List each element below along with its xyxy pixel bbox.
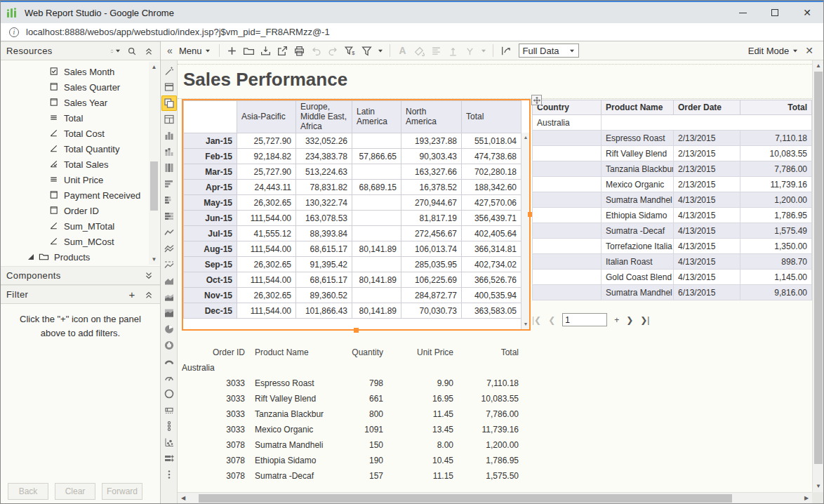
- crosstab-row-label[interactable]: Sep-15: [184, 257, 237, 272]
- crosstab-cell[interactable]: 111,544.00: [237, 272, 296, 288]
- country-table-header[interactable]: Product Name: [602, 100, 674, 115]
- detail-cell-quantity[interactable]: 798: [324, 376, 388, 391]
- country-table-row[interactable]: Sumatra Mandhel4/13/20151,200.00: [533, 192, 812, 208]
- detail-cell-quantity[interactable]: 150: [324, 437, 388, 453]
- move-handle-icon[interactable]: [531, 95, 542, 105]
- crosstab-cell[interactable]: 80,141.89: [352, 303, 401, 319]
- resize-handle-bottom[interactable]: [354, 328, 359, 333]
- page-info-icon[interactable]: i: [9, 27, 19, 37]
- country-cell-total[interactable]: 1,575.49: [740, 223, 812, 239]
- resource-item-total-cost[interactable]: Total Cost: [1, 126, 160, 141]
- country-table-header[interactable]: Total: [740, 100, 812, 115]
- crosstab-cell[interactable]: 101,866.43: [296, 303, 352, 319]
- crosstab-cell[interactable]: 363,583.05: [462, 303, 521, 319]
- wizard-wand-icon[interactable]: [161, 63, 177, 79]
- country-cell-product[interactable]: Sumatra Mandhel: [602, 192, 674, 208]
- forward-button[interactable]: Forward: [102, 483, 142, 500]
- stacked-bar-chart-icon[interactable]: [161, 192, 177, 208]
- resource-item-sales-year[interactable]: Sales Year: [1, 95, 160, 110]
- stacked-area-chart-icon[interactable]: [161, 289, 177, 305]
- detail-cell-order_id[interactable]: 3078: [182, 468, 250, 484]
- country-cell-date[interactable]: 4/13/2015: [674, 223, 740, 239]
- full-area-chart-icon[interactable]: [161, 305, 177, 321]
- country-cell-total[interactable]: 1,786.95: [740, 208, 812, 223]
- crosstab-cell[interactable]: 68,615.17: [296, 272, 352, 288]
- crosstab-cell[interactable]: 80,141.89: [352, 241, 401, 257]
- combo-chart-icon[interactable]: [161, 451, 177, 466]
- crosstab-row-label[interactable]: Jun-15: [184, 211, 237, 226]
- pie-chart-icon[interactable]: [161, 321, 177, 337]
- detail-cell-total[interactable]: 7,110.18: [458, 376, 524, 391]
- add-page-icon[interactable]: +: [614, 315, 619, 325]
- crosstab-column-header[interactable]: Asia-Pacific: [237, 101, 296, 133]
- detail-cell-quantity[interactable]: 1091: [324, 422, 388, 437]
- crosstab-cell[interactable]: 89,360.52: [296, 288, 352, 303]
- detail-cell-total[interactable]: 1,200.00: [458, 437, 524, 453]
- crosstab-cell[interactable]: 88,393.84: [296, 226, 352, 241]
- sort-resources-icon[interactable]: [109, 46, 121, 57]
- table-component-icon[interactable]: [161, 79, 177, 95]
- detail-cell-quantity[interactable]: 661: [324, 391, 388, 406]
- crosstab-cell[interactable]: 26,302.65: [237, 257, 296, 272]
- detail-cell-unit_price[interactable]: 10.45: [388, 453, 458, 468]
- crosstab-row-label[interactable]: Mar-15: [184, 164, 237, 180]
- crosstab-cell[interactable]: 92,184.82: [237, 149, 296, 164]
- country-cell-product[interactable]: Torrefazione Italia: [602, 239, 674, 254]
- crosstab-cell[interactable]: 188,342.60: [462, 180, 521, 195]
- detail-cell-unit_price[interactable]: 11.45: [388, 406, 458, 422]
- address-bar[interactable]: i localhost:8888/webos/app/webstudio/ind…: [1, 23, 823, 41]
- country-cell-product[interactable]: Tanzania Blackbur: [602, 161, 674, 177]
- detail-table-row[interactable]: 3033Tanzania Blackbur80011.457,786.00: [182, 406, 524, 422]
- crosstab-scrollbar[interactable]: ▲▼: [521, 133, 529, 329]
- crosstab-cell[interactable]: 366,526.76: [462, 272, 521, 288]
- crosstab-row[interactable]: Jul-1541,555.1288,393.84272,456.67402,40…: [184, 226, 521, 241]
- more-components-icon[interactable]: [161, 467, 177, 482]
- crosstab-cell[interactable]: 332,052.26: [296, 133, 352, 149]
- crosstab-cell[interactable]: [352, 211, 401, 226]
- country-cell-total[interactable]: 9,816.00: [740, 285, 812, 300]
- crosstab-cell[interactable]: 474,738.68: [462, 149, 521, 164]
- crosstab-cell[interactable]: 513,224.63: [296, 164, 352, 180]
- country-cell-product[interactable]: Ethiopia Sidamo: [602, 208, 674, 223]
- crosstab-row[interactable]: Jan-1525,727.90332,052.26193,237.88551,0…: [184, 133, 521, 149]
- detail-cell-order_id[interactable]: 3033: [182, 391, 250, 406]
- dot-chart-icon[interactable]: [161, 418, 177, 434]
- expand-panel-icon[interactable]: [143, 270, 154, 281]
- crosstab-cell[interactable]: 163,327.66: [401, 164, 462, 180]
- country-cell-date[interactable]: 2/13/2015: [674, 177, 740, 192]
- country-cell-empty[interactable]: [533, 254, 602, 270]
- gauge-chart-icon[interactable]: [161, 370, 177, 385]
- menu-button[interactable]: Menu: [175, 46, 215, 56]
- crosstab-row[interactable]: Nov-1526,302.6589,360.52284,872.77400,53…: [184, 288, 521, 303]
- country-cell-total[interactable]: 1,350.00: [740, 239, 812, 254]
- crosstab-cell[interactable]: 193,237.88: [401, 133, 462, 149]
- country-cell-total[interactable]: 7,786.00: [740, 161, 812, 177]
- country-cell-total[interactable]: 1,145.00: [740, 270, 812, 285]
- detail-cell-unit_price[interactable]: 16.95: [388, 391, 458, 406]
- resource-item-unit-price[interactable]: Unit Price: [1, 172, 160, 187]
- detail-cell-quantity[interactable]: 157: [324, 468, 388, 484]
- full-column-chart-icon[interactable]: [161, 160, 177, 175]
- crosstab-cell[interactable]: 402,734.02: [462, 257, 521, 272]
- crosstab-component-icon[interactable]: [161, 95, 177, 111]
- crosstab-cell[interactable]: [352, 164, 401, 180]
- back-button[interactable]: Back: [8, 483, 48, 500]
- crosstab-cell[interactable]: 26,302.65: [237, 288, 296, 303]
- crosstab-cell[interactable]: [352, 257, 401, 272]
- country-cell-empty[interactable]: [533, 192, 602, 208]
- boxplot-chart-icon[interactable]: [161, 402, 177, 418]
- detail-cell-total[interactable]: 10,083.55: [458, 391, 524, 406]
- crosstab-cell[interactable]: 284,872.77: [401, 288, 462, 303]
- crosstab-row[interactable]: Sep-1526,302.6591,395.42285,035.95402,73…: [184, 257, 521, 272]
- close-report-icon[interactable]: ✕: [805, 45, 813, 56]
- area-chart-icon[interactable]: [161, 273, 177, 289]
- minimize-button[interactable]: [726, 2, 759, 23]
- crosstab-cell[interactable]: 26,302.65: [237, 195, 296, 211]
- crosstab-row-label[interactable]: Oct-15: [184, 272, 237, 288]
- crosstab-cell[interactable]: 24,443.11: [237, 180, 296, 195]
- crosstab-component[interactable]: Asia-PacificEurope, Middle East, AfricaL…: [182, 99, 531, 331]
- country-cell-total[interactable]: 7,110.18: [740, 131, 812, 146]
- clear-button[interactable]: Clear: [55, 483, 95, 500]
- crosstab-row-label[interactable]: Feb-15: [184, 149, 237, 164]
- crosstab-row-label[interactable]: May-15: [184, 195, 237, 211]
